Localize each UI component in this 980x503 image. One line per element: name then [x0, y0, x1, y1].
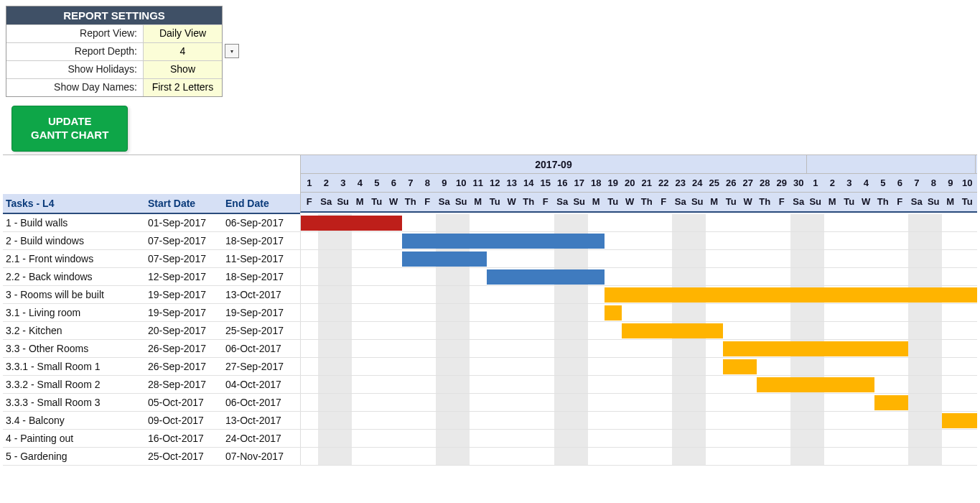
gantt-bar[interactable]: [402, 251, 487, 267]
weekend-shade: [672, 232, 706, 249]
task-name: 2.1 - Front windows: [3, 253, 145, 264]
task-name: 3.4 - Balcony: [3, 415, 145, 426]
day-number-cell: 14: [521, 174, 538, 192]
gantt-bar[interactable]: [874, 395, 908, 410]
timeline-lane: [300, 232, 977, 249]
task-name: 3.2 - Kitchen: [3, 325, 145, 336]
timeline-lane: [300, 412, 977, 429]
gantt-bar[interactable]: [942, 413, 977, 428]
gantt-row: 1 - Build walls01-Sep-201706-Sep-2017: [3, 214, 977, 232]
gantt-bar[interactable]: [605, 287, 977, 303]
settings-value[interactable]: 4: [143, 43, 222, 60]
update-button-line2: GANTT CHART: [31, 129, 108, 142]
day-number-cell: 8: [419, 174, 437, 192]
update-gantt-chart-button[interactable]: UPDATE GANTT CHART: [11, 106, 128, 152]
day-number-cell: 7: [402, 174, 419, 192]
day-number-cell: 4: [858, 174, 875, 192]
month-label: [807, 155, 976, 173]
month-row: 2017-09: [300, 155, 977, 174]
weekend-shade: [436, 358, 470, 375]
settings-value[interactable]: Show: [143, 61, 222, 78]
day-name-cell: Su: [807, 193, 824, 211]
weekend-shade: [318, 412, 352, 429]
settings-value[interactable]: Daily View: [143, 25, 222, 42]
start-date: 01-Sep-2017: [145, 217, 223, 229]
weekend-shade: [790, 448, 824, 465]
report-settings-panel: REPORT SETTINGS Report View:Daily ViewRe…: [6, 6, 223, 97]
gantt-row: 5 - Gardening25-Oct-201707-Nov-2017: [3, 448, 977, 466]
day-name-cell: Th: [757, 193, 774, 211]
report-settings-title: REPORT SETTINGS: [6, 6, 222, 24]
gantt-bar[interactable]: [605, 305, 622, 320]
gantt-bar[interactable]: [723, 341, 909, 356]
end-date: 04-Oct-2017: [223, 379, 300, 390]
day-name-cell: Su: [689, 193, 706, 211]
settings-value[interactable]: First 2 Letters: [143, 79, 222, 96]
settings-label: Show Day Names:: [6, 79, 143, 96]
weekend-shade: [436, 340, 470, 357]
gantt-bar[interactable]: [402, 234, 605, 249]
day-number-cell: 6: [386, 174, 403, 192]
day-number-cell: 25: [706, 174, 723, 192]
weekend-shade: [790, 268, 824, 285]
gantt-bar[interactable]: [622, 323, 723, 338]
task-name: 3.3.2 - Small Room 2: [3, 379, 145, 390]
timeline-lane: [300, 250, 977, 267]
weekend-shade: [672, 304, 706, 321]
day-name-cell: Sa: [554, 193, 571, 211]
end-date: 07-Nov-2017: [223, 451, 300, 462]
weekend-shade: [908, 304, 942, 321]
day-number-cell: 8: [925, 174, 943, 192]
start-date: 26-Sep-2017: [145, 361, 223, 372]
weekend-shade: [436, 214, 470, 231]
day-number-cell: 20: [622, 174, 639, 192]
task-name: 3.1 - Living room: [3, 307, 145, 318]
weekend-shade: [318, 322, 352, 339]
weekend-shade: [908, 340, 942, 357]
day-number-cell: 9: [436, 174, 453, 192]
settings-label: Report View:: [6, 25, 143, 42]
gantt-left-header: Tasks - L4 Start Date End Date: [3, 155, 300, 214]
end-date: 13-Oct-2017: [223, 289, 300, 300]
timeline-lane: [300, 268, 977, 285]
col-header-end: End Date: [223, 198, 300, 209]
start-date: 16-Oct-2017: [145, 433, 223, 444]
gantt-bar[interactable]: [757, 377, 875, 392]
day-name-cell: Su: [925, 193, 943, 211]
day-name-cell: W: [858, 193, 875, 211]
gantt-row: 2.1 - Front windows07-Sep-201711-Sep-201…: [3, 250, 977, 268]
gantt-chart: Tasks - L4 Start Date End Date 2017-09 1…: [3, 154, 977, 466]
gantt-row: 3.3 - Other Rooms26-Sep-201706-Oct-2017: [3, 340, 977, 358]
weekend-shade: [908, 448, 942, 465]
timeline-lane: [300, 394, 977, 411]
weekend-shade: [436, 412, 470, 429]
day-name-cell: M: [706, 193, 723, 211]
task-name: 3.3.1 - Small Room 1: [3, 361, 145, 372]
gantt-row: 3.3.2 - Small Room 228-Sep-201704-Oct-20…: [3, 376, 977, 394]
gantt-bar[interactable]: [487, 269, 605, 285]
day-name-cell: M: [352, 193, 369, 211]
gantt-bar[interactable]: [723, 359, 757, 374]
end-date: 11-Sep-2017: [223, 253, 300, 264]
weekend-shade: [318, 376, 352, 393]
day-name-cell: F: [655, 193, 673, 211]
gantt-bar[interactable]: [301, 216, 402, 231]
weekend-shade: [790, 322, 824, 339]
day-number-cell: 1: [807, 174, 824, 192]
weekend-shade: [436, 322, 470, 339]
end-date: 25-Sep-2017: [223, 325, 300, 336]
day-name-cell: W: [622, 193, 639, 211]
day-name-cell: Tu: [605, 193, 622, 211]
day-number-cell: 30: [790, 174, 808, 192]
report-view-dropdown-button[interactable]: ▾: [225, 44, 239, 58]
weekend-shade: [672, 394, 706, 411]
settings-row: Report Depth:4: [6, 42, 222, 60]
end-date: 06-Sep-2017: [223, 217, 300, 229]
day-name-cell: W: [386, 193, 403, 211]
weekend-shade: [790, 214, 824, 231]
day-number-cell: 13: [503, 174, 521, 192]
end-date: 27-Sep-2017: [223, 361, 300, 372]
timeline-lane: [300, 322, 977, 339]
day-name-cell: Th: [874, 193, 892, 211]
day-number-cell: 22: [655, 174, 673, 192]
